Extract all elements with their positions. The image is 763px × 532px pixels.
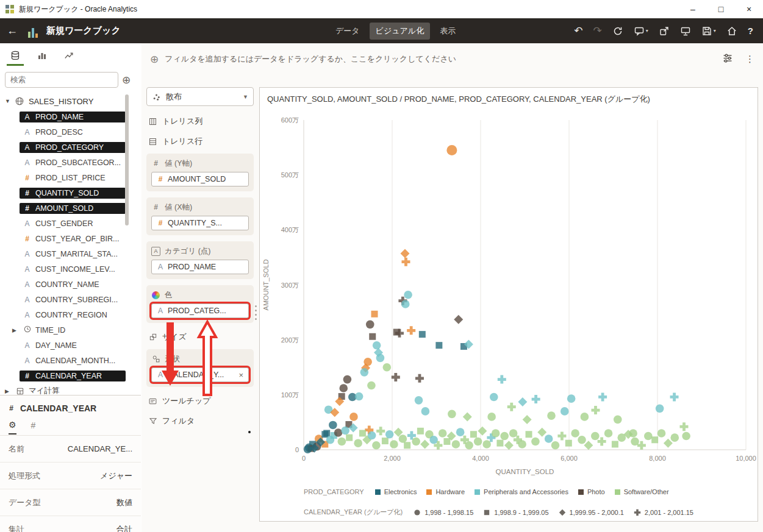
add-data-button[interactable]: ⊕ bbox=[122, 74, 131, 87]
scatter-point[interactable] bbox=[371, 311, 378, 317]
expand-caret-icon[interactable]: ▶ bbox=[12, 327, 16, 333]
save-icon[interactable]: ▾ bbox=[701, 26, 716, 37]
scatter-point[interactable] bbox=[565, 440, 572, 447]
scatter-point[interactable] bbox=[644, 432, 653, 441]
filter-settings-icon[interactable] bbox=[722, 52, 733, 66]
scatter-point[interactable] bbox=[376, 354, 385, 363]
scatter-point[interactable] bbox=[507, 403, 516, 411]
undo-button[interactable]: ↶ bbox=[574, 26, 582, 36]
field-row-calendar-year[interactable]: #CALENDAR_YEAR bbox=[0, 368, 141, 383]
field-row-prod-name[interactable]: APROD_NAME bbox=[0, 109, 141, 124]
scatter-point[interactable] bbox=[670, 433, 679, 442]
scatter-point[interactable] bbox=[420, 439, 429, 449]
scatter-point[interactable] bbox=[492, 429, 500, 438]
scatter-point[interactable] bbox=[366, 321, 374, 329]
home-icon[interactable] bbox=[726, 26, 737, 37]
scatter-point[interactable] bbox=[421, 407, 430, 416]
scatter-point[interactable] bbox=[557, 431, 566, 440]
scatter-point[interactable] bbox=[373, 341, 381, 350]
scatter-point[interactable] bbox=[382, 438, 389, 444]
scatter-point[interactable] bbox=[443, 438, 450, 445]
drop-target-10[interactable]: フィルタ bbox=[146, 413, 254, 429]
legend-item-square[interactable]: 1,998.9 - 1,999.05 bbox=[483, 509, 548, 516]
scatter-point[interactable] bbox=[547, 411, 556, 420]
scatter-point[interactable] bbox=[404, 442, 410, 449]
drop-zone-5[interactable]: Aカテゴリ (点)APROD_NAME bbox=[146, 241, 254, 279]
scatter-point[interactable] bbox=[518, 440, 526, 449]
scatter-point[interactable] bbox=[682, 432, 690, 441]
drop-zone-4[interactable]: #値 (X軸)#QUANTITY_S... bbox=[146, 197, 254, 235]
dataset-node[interactable]: ▼ SALES_HISTORY bbox=[0, 93, 141, 109]
scatter-point[interactable] bbox=[385, 430, 394, 439]
field-row-cust-marital-sta-[interactable]: ACUST_MARITAL_STA... bbox=[0, 246, 141, 261]
scatter-point[interactable] bbox=[592, 406, 600, 414]
scatter-point[interactable] bbox=[670, 392, 679, 401]
back-button[interactable]: ← bbox=[0, 18, 24, 43]
legend-item-software-other[interactable]: Software/Other bbox=[615, 488, 669, 495]
scatter-point[interactable] bbox=[383, 363, 392, 372]
scatter-point[interactable] bbox=[523, 415, 532, 424]
scatter-point[interactable] bbox=[372, 441, 381, 450]
scatter-point[interactable] bbox=[354, 439, 362, 447]
viz-type-select[interactable]: 散布▼ bbox=[146, 87, 254, 106]
field-row-country-region[interactable]: ACOUNTRY_REGION bbox=[0, 307, 141, 322]
field-row-country-name[interactable]: ACOUNTRY_NAME bbox=[0, 277, 141, 292]
scatter-point[interactable] bbox=[334, 428, 343, 437]
legend-item-peripherals-and-accessories[interactable]: Peripherals and Accessories bbox=[475, 488, 568, 495]
legend-item-diamond[interactable]: 1,999.95 - 2,000.1 bbox=[559, 509, 624, 516]
scatter-point[interactable] bbox=[349, 413, 358, 421]
export-icon[interactable] bbox=[659, 26, 670, 37]
canvas-menu-icon[interactable]: ⋮ bbox=[745, 54, 754, 65]
panel-resize-handle[interactable] bbox=[254, 305, 257, 320]
field-row-quantity-sold[interactable]: #QUANTITY_SOLD bbox=[0, 185, 141, 200]
scatter-point[interactable] bbox=[470, 431, 477, 438]
field-row-calendar-month-[interactable]: ACALENDAR_MONTH... bbox=[0, 353, 141, 368]
scatter-point[interactable] bbox=[551, 441, 560, 450]
field-chip-quantity-s-[interactable]: #QUANTITY_S... bbox=[151, 216, 249, 230]
scatter-point[interactable] bbox=[401, 258, 410, 266]
scatter-point[interactable] bbox=[490, 393, 498, 402]
scatter-point[interactable] bbox=[448, 410, 456, 419]
scatter-point[interactable] bbox=[446, 145, 457, 155]
tab-general-properties[interactable]: ⚙ bbox=[9, 420, 16, 434]
field-row-prod-category[interactable]: APROD_CATEGORY bbox=[0, 140, 141, 155]
scatter-point[interactable] bbox=[417, 428, 424, 434]
scatter-point[interactable] bbox=[359, 430, 366, 436]
scatter-point[interactable] bbox=[346, 434, 353, 441]
drop-target-1[interactable]: トレリス列 bbox=[146, 113, 254, 129]
scatter-point[interactable] bbox=[537, 428, 546, 437]
header-tab-2[interactable]: 表示 bbox=[434, 23, 462, 40]
field-row-cust-year-of-bir-[interactable]: #CUST_YEAR_OF_BIR... bbox=[0, 231, 141, 246]
drop-target-7[interactable]: サイズ bbox=[146, 329, 254, 345]
field-row-day-name[interactable]: ADAY_NAME bbox=[0, 338, 141, 353]
scatter-point[interactable] bbox=[415, 396, 423, 405]
header-tab-1[interactable]: ビジュアル化 bbox=[370, 23, 431, 40]
tree-scrollbar[interactable] bbox=[125, 94, 129, 225]
redo-button[interactable]: ↷ bbox=[593, 26, 602, 36]
scatter-point[interactable] bbox=[496, 440, 503, 447]
filter-bar[interactable]: ⊕ フィルタを追加するにはデータをドラッグするか、ここをクリックしてください ⋮ bbox=[141, 43, 763, 75]
scatter-point[interactable] bbox=[531, 438, 540, 446]
field-row-prod-desc[interactable]: APROD_DESC bbox=[0, 124, 141, 140]
scatter-point[interactable] bbox=[591, 432, 600, 441]
scatter-point[interactable] bbox=[657, 429, 666, 438]
scatter-point[interactable] bbox=[498, 375, 506, 384]
expand-caret-icon[interactable]: ▶ bbox=[5, 388, 9, 394]
field-chip-prod-categ-[interactable]: APROD_CATEG... bbox=[151, 303, 249, 318]
scatter-point[interactable] bbox=[518, 397, 527, 406]
scatter-point[interactable] bbox=[367, 381, 376, 390]
scatter-point[interactable] bbox=[478, 427, 487, 436]
scatter-point[interactable] bbox=[343, 375, 352, 384]
scatter-point[interactable] bbox=[435, 342, 442, 349]
scatter-point[interactable] bbox=[404, 291, 412, 299]
scatter-point[interactable] bbox=[321, 431, 328, 438]
scatter-point[interactable] bbox=[399, 434, 407, 443]
scatter-point[interactable] bbox=[578, 436, 586, 444]
tab-visualizations[interactable] bbox=[35, 46, 49, 65]
scatter-point[interactable] bbox=[465, 441, 473, 450]
drop-zone-6[interactable]: 色APROD_CATEG... bbox=[146, 285, 254, 323]
field-row-cust-income-lev-[interactable]: ACUST_INCOME_LEV... bbox=[0, 261, 141, 277]
legend-item-plus[interactable]: 2,001 - 2,001.15 bbox=[634, 509, 693, 516]
field-row-amount-sold[interactable]: #AMOUNT_SOLD bbox=[0, 200, 141, 216]
scatter-point[interactable] bbox=[355, 392, 364, 401]
